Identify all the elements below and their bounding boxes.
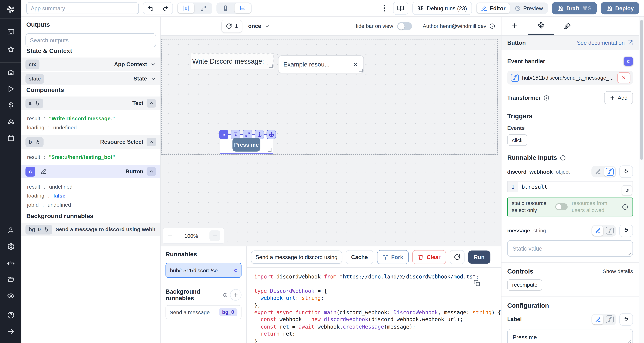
styling-tab[interactable] <box>554 17 580 35</box>
runnable-title-input[interactable] <box>251 250 342 264</box>
label-input[interactable]: Press me <box>507 329 633 343</box>
draft-button[interactable]: Draft⌘S <box>552 2 597 14</box>
resource-select-component[interactable]: Example resou... <box>278 56 364 73</box>
output-row-state[interactable]: state State <box>21 72 160 86</box>
selected-runnable-item[interactable]: hub/1511/discord/se... c <box>166 263 242 278</box>
resize-handle[interactable] <box>268 148 272 152</box>
search-outputs-input[interactable] <box>26 33 156 47</box>
undo-button[interactable] <box>144 2 158 14</box>
bg-runnable-badge: bg_0 <box>219 308 237 316</box>
discord-webhook-expression-editor[interactable]: 1 b.result <box>507 181 633 192</box>
see-documentation-link[interactable]: See documentation <box>577 40 633 46</box>
show-details-link[interactable]: Show details <box>603 268 633 274</box>
component-row-b[interactable]: b Resource Select <box>21 135 160 149</box>
add-background-runnable-button[interactable] <box>230 289 242 301</box>
background-runnables-title: Background runnables <box>21 212 160 219</box>
mobile-view-button[interactable] <box>217 3 234 13</box>
windmill-logo[interactable] <box>0 0 21 19</box>
docs-button[interactable] <box>393 2 408 15</box>
deploy-button[interactable]: Deploy <box>601 2 639 14</box>
runs-icon[interactable] <box>7 85 14 93</box>
resize-handle[interactable] <box>628 251 631 255</box>
bg-runnable-item[interactable]: Send a message... bg_0 <box>166 305 242 319</box>
favorites-star-icon[interactable] <box>7 46 14 53</box>
run-button[interactable]: Run <box>468 250 490 264</box>
refresh-count-button[interactable]: 1 <box>222 20 242 33</box>
resize-handle[interactable] <box>360 68 363 72</box>
edit-id-pencil-icon[interactable] <box>38 166 48 176</box>
refresh-code-button[interactable] <box>450 250 464 264</box>
handler-runnable-picker[interactable]: ƒ hub/1511/discord/send_a_message_... <box>507 71 633 85</box>
schedules-calendar-icon[interactable] <box>7 134 14 142</box>
copy-code-icon[interactable] <box>474 280 480 287</box>
clear-button[interactable]: Clear <box>412 250 446 264</box>
user-icon[interactable] <box>7 226 14 234</box>
preview-tab[interactable]: Preview <box>510 3 547 13</box>
press-me-button[interactable]: Press me <box>232 138 260 152</box>
move-component-icon[interactable] <box>266 130 276 139</box>
add-transformer-button[interactable]: Add <box>604 91 633 104</box>
background-runnable-row[interactable]: bg_0 Send a message to discord using web… <box>21 222 160 237</box>
component-row-a[interactable]: a Text <box>21 96 160 111</box>
static-mode-pencil-icon[interactable] <box>592 167 603 177</box>
connect-plug-icon[interactable] <box>620 224 633 237</box>
collapse-chevron-up-icon[interactable] <box>147 138 156 146</box>
expand-editor-icon[interactable] <box>622 185 632 196</box>
clear-x-icon[interactable] <box>352 61 358 68</box>
center-layout-button[interactable] <box>178 3 194 13</box>
redo-button[interactable] <box>158 2 172 14</box>
collapse-chevron-up-icon[interactable] <box>147 99 156 108</box>
component-settings-tab[interactable] <box>528 17 554 35</box>
chevron-down-icon[interactable] <box>150 76 156 82</box>
app-canvas[interactable]: Write Discord message: Example resou... … <box>160 36 501 246</box>
hide-bar-toggle[interactable] <box>397 22 412 30</box>
workers-robot-icon[interactable] <box>7 259 14 267</box>
debug-runs-button[interactable]: Debug runs (23) <box>412 2 472 15</box>
workspace-icon[interactable] <box>7 28 14 36</box>
more-menu-button[interactable] <box>384 5 385 12</box>
editor-tab[interactable]: Editor <box>477 3 510 13</box>
remove-handler-button[interactable] <box>617 72 630 83</box>
fullscreen-layout-button[interactable] <box>195 3 212 13</box>
expand-rail-arrow-icon[interactable] <box>7 328 14 336</box>
fork-button[interactable]: Fork <box>377 250 408 264</box>
settings-gear-icon[interactable] <box>7 243 14 250</box>
app-summary-input[interactable] <box>26 2 139 14</box>
zoom-in-button[interactable] <box>210 230 220 241</box>
text-component[interactable]: Write Discord message: <box>191 53 274 69</box>
zoom-out-button[interactable] <box>167 233 173 239</box>
schedule-mode-select[interactable]: once <box>248 23 270 29</box>
expr-mode-function-icon[interactable]: ƒ <box>604 314 615 324</box>
resource-mode-toggle[interactable] <box>555 204 568 210</box>
scrollbar-thumb[interactable] <box>640 20 643 160</box>
expression-value[interactable]: b.result <box>518 182 632 192</box>
static-mode-pencil-icon[interactable] <box>592 314 603 324</box>
pencil-icon <box>481 5 487 11</box>
button-component-selection[interactable]: c Press me <box>220 134 273 154</box>
cache-button[interactable]: Cache <box>346 250 373 264</box>
collapse-chevron-up-icon[interactable] <box>147 167 156 176</box>
resize-handle[interactable] <box>269 64 273 68</box>
desktop-view-button[interactable] <box>234 3 251 13</box>
expr-mode-function-icon[interactable]: ƒ <box>604 167 615 177</box>
help-icon[interactable] <box>7 311 14 319</box>
expr-mode-function-icon[interactable]: ƒ <box>604 226 615 236</box>
a-loading-value: undefined <box>53 124 76 130</box>
audit-eye-icon[interactable] <box>7 292 14 300</box>
chevron-down-icon[interactable] <box>150 62 156 67</box>
insert-component-tab[interactable] <box>502 17 528 35</box>
home-icon[interactable] <box>7 68 14 76</box>
output-row-ctx[interactable]: ctx App Context <box>21 58 160 72</box>
component-row-c-selected[interactable]: c Button <box>21 165 160 179</box>
recompute-chip[interactable]: recompute <box>507 279 542 291</box>
connect-plug-icon[interactable] <box>620 313 633 326</box>
resources-icon[interactable] <box>7 118 14 126</box>
resize-handle[interactable] <box>628 340 631 343</box>
message-static-input[interactable]: Static value <box>507 240 633 256</box>
panel-scrollbar[interactable] <box>639 17 644 343</box>
code-area[interactable]: import discordwebhook from "https://deno… <box>247 268 501 343</box>
variables-icon[interactable] <box>7 102 14 109</box>
connect-plug-icon[interactable] <box>620 166 633 178</box>
folders-icon[interactable] <box>7 276 14 283</box>
static-mode-pencil-icon[interactable] <box>592 226 603 236</box>
